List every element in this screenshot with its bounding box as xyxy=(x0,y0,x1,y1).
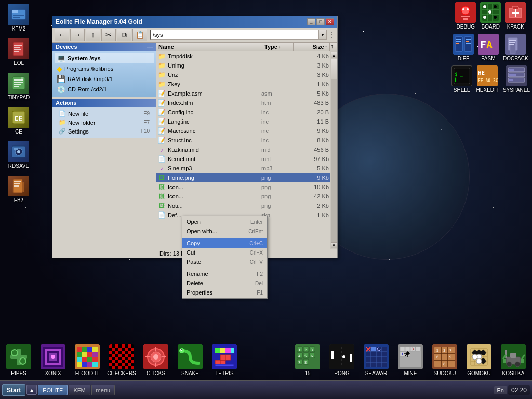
dock-xonix[interactable]: XONIX xyxy=(36,344,70,376)
scroll-down[interactable]: ▼ xyxy=(331,242,337,248)
path-input[interactable] xyxy=(150,30,318,40)
taskbar-arrow[interactable]: ▲ xyxy=(26,385,37,395)
copy-button[interactable]: ⧉ xyxy=(117,29,131,41)
desktop-icon-board[interactable]: BOARD xyxy=(480,2,501,30)
desktop-icon-syspanel[interactable]: SYSPANEL xyxy=(503,65,530,93)
action-settings[interactable]: 🔗 Settings F10 xyxy=(55,127,154,136)
paste-button[interactable]: 📋 xyxy=(132,29,147,41)
maximize-button[interactable]: □ xyxy=(316,18,325,25)
table-row[interactable]: 📝 Index.htm htm 483 B xyxy=(156,98,330,108)
desktop-icon-docpack[interactable]: DOCPACK xyxy=(503,34,528,61)
device-ramdisk[interactable]: 💾 RAM disk /tmp0/1 xyxy=(55,74,154,84)
dock-sudoku[interactable]: 5 3 6 9 8 7 SUDOKU xyxy=(428,344,461,376)
taskbar-language[interactable]: En xyxy=(494,386,507,394)
devices-collapse[interactable]: — xyxy=(147,44,153,50)
col-type[interactable]: Type xyxy=(262,43,294,51)
dock-tetris[interactable]: TETRIS xyxy=(208,344,241,376)
action-new-file[interactable]: 📄 New file F9 xyxy=(55,109,154,118)
dock-mine[interactable]: 1 3 MINE xyxy=(394,344,427,376)
table-row[interactable]: ♪ Sine.mp3 mp3 5 Kb xyxy=(156,164,330,173)
scrollbar[interactable]: ▲ ▼ xyxy=(330,51,337,249)
table-row[interactable]: 📁 Unz 3 Kb xyxy=(156,70,330,79)
col-size[interactable]: Size xyxy=(294,43,330,51)
desktop-icon-debug[interactable]: DEBUG xyxy=(455,2,476,30)
dock-pipes[interactable]: PIPES xyxy=(2,344,35,376)
close-button[interactable]: ✕ xyxy=(326,18,334,25)
table-row[interactable]: 📝 Lang.inc inc 11 B xyxy=(156,117,330,126)
clicks-label: CLICKS xyxy=(147,370,165,376)
desktop-icon-kpack[interactable]: KPACK xyxy=(505,2,526,30)
back-button[interactable]: ← xyxy=(55,29,69,41)
dock-kosilka[interactable]: KOSILKA xyxy=(497,344,530,376)
scroll-track[interactable] xyxy=(331,59,337,242)
table-row[interactable]: 🖼 Home.png png 9 Kb xyxy=(156,173,330,182)
debug-icon xyxy=(455,2,476,23)
desktop-icon-fasm[interactable]: F A FASM xyxy=(478,34,499,61)
col-name[interactable]: Name xyxy=(156,43,262,51)
table-row[interactable]: 📝 Config.inc inc 20 B xyxy=(156,108,330,117)
action-new-folder[interactable]: 📁 New folder F7 xyxy=(55,118,154,127)
ctx-delete[interactable]: Delete Del xyxy=(182,278,267,288)
ctx-rename[interactable]: Rename F2 xyxy=(182,269,267,278)
table-row[interactable]: 🖼 Noti... png 2 Kb xyxy=(156,201,330,210)
svg-rect-45 xyxy=(512,6,518,9)
scroll-up[interactable]: ▲ xyxy=(331,52,337,58)
forward-button[interactable]: → xyxy=(70,29,85,41)
actions-title: Actions xyxy=(56,100,76,106)
table-row[interactable]: 📁 Zkey 1 Kb xyxy=(156,79,330,89)
scroll-thumb[interactable] xyxy=(331,59,337,79)
sidebar-item-ce[interactable]: CE CE xyxy=(2,105,35,137)
table-row[interactable]: 📝 Struct.inc inc 8 Kb xyxy=(156,136,330,145)
table-row[interactable]: ♪ Kuzkina.mid mid 456 B xyxy=(156,145,330,154)
dock-snake[interactable]: SNAKE xyxy=(174,344,207,376)
diff-label: DIFF xyxy=(458,56,469,61)
cut-button[interactable]: ✂ xyxy=(101,29,116,41)
taskbar-eolite[interactable]: EOLITE xyxy=(38,385,68,395)
svg-rect-79 xyxy=(509,79,513,81)
desktop-icon-diff[interactable]: DIFF xyxy=(453,34,474,61)
ctx-cut[interactable]: Cut Crl+X xyxy=(182,248,267,257)
desktop-icon-shell[interactable]: $ _ ▋ SHELL xyxy=(451,65,472,93)
desktop-icon-hexedit[interactable]: HE FF A0 3C HEXEDIT xyxy=(476,65,499,93)
svg-text:8: 8 xyxy=(443,362,445,366)
devices-title: Devices xyxy=(56,44,77,50)
table-row[interactable]: 📝 Example.asm asm 5 Kb xyxy=(156,89,330,98)
sidebar-item-eol[interactable]: EOL xyxy=(2,36,35,69)
dock-gomoku[interactable]: GOMOKU xyxy=(462,344,496,376)
sidebar-item-kfm2[interactable]: KFM2 xyxy=(2,2,35,34)
sidebar-item-fb2[interactable]: FB2 xyxy=(2,174,35,206)
table-row[interactable]: 🖼 Icon... png 42 Kb xyxy=(156,192,330,201)
minimize-button[interactable]: _ xyxy=(307,18,315,25)
table-row[interactable]: 🖼 Icon... png 10 Kb xyxy=(156,182,330,192)
settings-icon: 🔗 xyxy=(59,128,66,135)
dock-clicks[interactable]: CLICKS xyxy=(139,344,172,376)
svg-rect-7 xyxy=(14,49,21,50)
dock-seawar[interactable]: SEAWAR xyxy=(360,344,393,376)
table-row[interactable]: 📝 Macros.inc inc 9 Kb xyxy=(156,126,330,136)
sidebar-item-rdsave[interactable]: RDSAVE xyxy=(2,139,35,171)
path-dropdown[interactable]: ▼ xyxy=(318,30,327,40)
ctx-open-with[interactable]: Open with... CrlEnt xyxy=(182,227,267,236)
titlebar[interactable]: Eolite File Manager 5.04 Gold _ □ ✕ xyxy=(52,16,337,28)
device-system[interactable]: 💻 System /sys xyxy=(55,53,154,63)
device-cdrom[interactable]: 💿 CD-Rom /cd2/1 xyxy=(55,84,154,95)
sort-icon[interactable]: ↑ xyxy=(330,43,337,51)
table-row[interactable]: 📁 Unimg 3 Kb xyxy=(156,61,330,70)
taskbar-kfm[interactable]: KFM xyxy=(69,385,90,395)
taskbar-menu[interactable]: menu xyxy=(91,385,115,395)
start-button[interactable]: Start xyxy=(2,384,25,396)
ctx-paste[interactable]: Paste Crl+V xyxy=(182,257,267,267)
ctx-properties[interactable]: Properties F1 xyxy=(182,288,267,297)
menu-dots[interactable]: ⋮ xyxy=(328,30,335,40)
ctx-open[interactable]: Open Enter xyxy=(182,217,267,227)
ctx-copy[interactable]: Copy Crl+C xyxy=(182,238,267,248)
up-button[interactable]: ↑ xyxy=(86,29,100,41)
device-programs[interactable]: ◆ Programs /kolibrios xyxy=(55,63,154,74)
dock-pong[interactable]: PONG xyxy=(325,344,358,376)
sidebar-item-tinypad[interactable]: TINYPAD xyxy=(2,71,35,103)
table-row[interactable]: 📄 Kernel.mnt mnt 97 Kb xyxy=(156,154,330,164)
dock-floodit[interactable]: FLOOD-IT xyxy=(71,344,104,376)
dock-checkers[interactable]: CHECKERS xyxy=(105,344,138,376)
table-row[interactable]: 📁 Tmpddisk 4 Kb xyxy=(156,51,330,61)
dock-num15[interactable]: 1 2 3 4 5 6 7 8 15 xyxy=(291,344,324,376)
